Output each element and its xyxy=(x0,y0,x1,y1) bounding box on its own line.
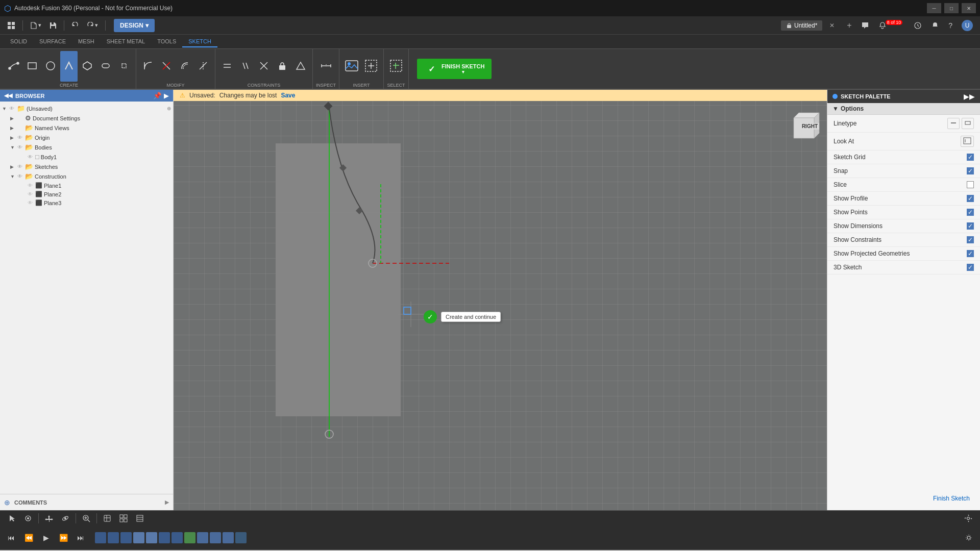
arrow-bodies[interactable]: ▼ xyxy=(10,145,17,150)
options-section-header[interactable]: ▼ Options xyxy=(827,103,980,115)
show-points-checkbox[interactable]: ✓ xyxy=(967,209,974,216)
timeline-item-5[interactable] xyxy=(146,532,157,543)
tree-item-plane3[interactable]: ▶ 👁 ⬛ Plane3 xyxy=(0,198,173,207)
timeline-item-2[interactable] xyxy=(108,532,119,543)
circle-tool[interactable] xyxy=(42,51,59,82)
clock-button[interactable] xyxy=(911,20,925,31)
constraint1-tool[interactable] xyxy=(218,51,236,82)
plane1-eye[interactable]: 👁 xyxy=(28,183,33,188)
sketches-eye[interactable]: 👁 xyxy=(17,164,22,169)
timeline-item-4[interactable] xyxy=(133,532,144,543)
polygon-tool[interactable] xyxy=(79,51,96,82)
timeline-item-1[interactable] xyxy=(95,532,106,543)
rectangle-tool[interactable] xyxy=(23,51,41,82)
grid-display-button[interactable] xyxy=(116,511,131,526)
chat-button[interactable] xyxy=(858,20,872,31)
nav-cube[interactable]: RIGHT xyxy=(783,108,819,154)
lock-constraint-tool[interactable] xyxy=(274,51,291,82)
save-button[interactable] xyxy=(46,20,60,31)
tree-item-named-views[interactable]: ▶ 👁 📂 Named Views xyxy=(0,123,173,133)
construction-eye[interactable]: 👁 xyxy=(17,173,22,179)
timeline-item-3[interactable] xyxy=(120,532,132,543)
bodies-eye[interactable]: 👁 xyxy=(17,144,22,150)
snap-checkbox[interactable]: ✓ xyxy=(967,167,974,174)
skip-forward-button[interactable]: ⏭ xyxy=(74,531,88,545)
help-button[interactable]: ? xyxy=(945,20,955,31)
viewport[interactable]: ⚠ Unsaved: Changes may be lost Save xyxy=(174,90,827,510)
timeline-item-11[interactable] xyxy=(223,532,234,543)
tab-sheet-metal[interactable]: SHEET METAL xyxy=(101,36,151,47)
select-tool[interactable] xyxy=(387,51,405,82)
arrow-construction[interactable]: ▼ xyxy=(10,174,17,179)
tab-solid[interactable]: SOLID xyxy=(4,36,33,47)
create-continue-button[interactable]: ✓ xyxy=(424,310,437,323)
step-forward-button[interactable]: ⏩ xyxy=(56,531,70,545)
maximize-button[interactable]: □ xyxy=(944,3,959,13)
play-button[interactable]: ▶ xyxy=(39,531,53,545)
tree-item-plane2[interactable]: ▶ 👁 ⬛ Plane2 xyxy=(0,190,173,198)
image-insert-tool[interactable] xyxy=(342,51,361,82)
insert-tool[interactable] xyxy=(362,51,380,82)
user-button[interactable]: U xyxy=(959,18,976,33)
plane2-eye[interactable]: 👁 xyxy=(28,191,33,197)
timeline-item-8[interactable] xyxy=(184,532,195,543)
bell-button[interactable] xyxy=(928,20,942,31)
tab-close-button[interactable]: ✕ xyxy=(826,20,838,31)
linetype-btn1[interactable] xyxy=(947,118,960,129)
slot-tool[interactable] xyxy=(97,51,114,82)
show-profile-checkbox[interactable]: ✓ xyxy=(967,195,974,202)
constraint2-tool[interactable] xyxy=(237,51,254,82)
timeline-item-9[interactable] xyxy=(197,532,208,543)
timeline-item-6[interactable] xyxy=(159,532,170,543)
timeline-item-12[interactable] xyxy=(235,532,247,543)
browser-expand-button[interactable]: ▶ xyxy=(164,92,169,99)
tree-item-origin[interactable]: ▶ 👁 📂 Origin xyxy=(0,133,173,142)
browser-pin-button[interactable]: 📌 xyxy=(153,92,162,99)
body1-eye[interactable]: 👁 xyxy=(28,154,33,160)
eye-icon[interactable]: 👁 xyxy=(9,106,14,111)
add-comment-icon[interactable]: ⊕ xyxy=(4,498,10,507)
triangle-constraint-tool[interactable] xyxy=(292,51,309,82)
comments-expand-icon[interactable]: ▶ xyxy=(165,499,169,506)
point-tool[interactable] xyxy=(115,51,133,82)
show-dimensions-checkbox[interactable]: ✓ xyxy=(967,222,974,230)
tree-item-plane1[interactable]: ▶ 👁 ⬛ Plane1 xyxy=(0,181,173,190)
constraint3-tool[interactable] xyxy=(255,51,273,82)
offset-tool[interactable] xyxy=(176,51,193,82)
3d-sketch-checkbox[interactable]: ✓ xyxy=(967,264,974,271)
orbit-button[interactable] xyxy=(58,511,73,526)
tree-item-bodies[interactable]: ▼ 👁 📂 Bodies xyxy=(0,142,173,152)
origin-eye[interactable]: 👁 xyxy=(17,135,22,140)
finish-sketch-palette-button[interactable]: Finish Sketch xyxy=(927,491,976,506)
tab-mesh[interactable]: MESH xyxy=(72,36,101,47)
arc-tool[interactable] xyxy=(60,51,78,82)
tab-surface[interactable]: SURFACE xyxy=(33,36,72,47)
palette-expand-button[interactable]: ▶▶ xyxy=(964,92,975,101)
design-dropdown[interactable]: DESIGN ▾ xyxy=(114,19,155,32)
undo-button[interactable] xyxy=(68,20,82,31)
measure-tool[interactable] xyxy=(317,51,335,82)
apps-button[interactable] xyxy=(4,20,18,31)
tab-sketch[interactable]: SKETCH xyxy=(182,36,217,47)
settings-button[interactable] xyxy=(961,511,976,526)
show-constraints-checkbox[interactable]: ✓ xyxy=(967,236,974,243)
step-back-button[interactable]: ⏪ xyxy=(21,531,36,545)
timeline-item-10[interactable] xyxy=(210,532,221,543)
slice-checkbox[interactable] xyxy=(967,181,974,188)
pan-button[interactable] xyxy=(41,511,57,526)
add-tab-button[interactable]: + xyxy=(844,19,854,32)
badge-counter[interactable]: 8 of 10 xyxy=(875,20,908,31)
show-projected-checkbox[interactable]: ✓ xyxy=(967,250,974,257)
timeline-settings-button[interactable] xyxy=(962,531,976,545)
redo-button[interactable]: ▾ xyxy=(84,20,101,31)
file-button[interactable]: ▾ xyxy=(27,20,44,31)
tree-item-body1[interactable]: ▶ 👁 □ Body1 xyxy=(0,152,173,162)
browser-collapse-icon[interactable]: ◀◀ xyxy=(4,92,12,99)
select-mode-button[interactable] xyxy=(4,511,19,526)
linetype-btn2[interactable] xyxy=(962,118,974,129)
skip-back-button[interactable]: ⏮ xyxy=(4,531,18,545)
tree-item-sketches[interactable]: ▶ 👁 📂 Sketches xyxy=(0,162,173,171)
plane3-eye[interactable]: 👁 xyxy=(28,200,33,206)
root-collapse-arrow[interactable]: ▼ xyxy=(2,106,9,111)
fillet-tool[interactable] xyxy=(139,51,157,82)
